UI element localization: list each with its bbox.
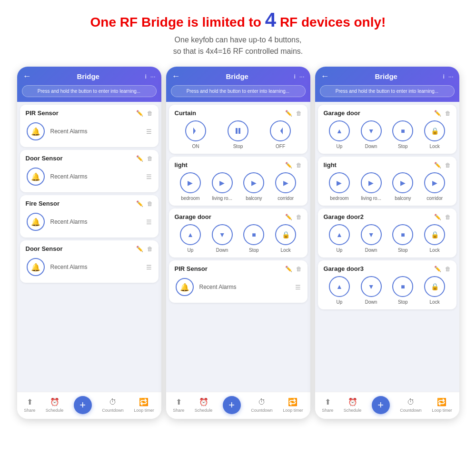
nav-looptimer-p2[interactable]: 🔁 Loop timer: [283, 397, 303, 413]
trash-icon[interactable]: 🗑: [445, 266, 451, 272]
edit-icon[interactable]: ✏️: [136, 110, 143, 117]
garage3-down-btn-p3[interactable]: ▼: [361, 276, 382, 297]
trash-icon[interactable]: 🗑: [147, 155, 153, 162]
alarm-bell-icon: 🔔: [176, 278, 194, 296]
garage-stop-btn-p2[interactable]: ■: [243, 224, 264, 245]
curtain-stop-btn[interactable]: [228, 120, 248, 141]
pir-sensor-card: PIR Sensor ✏️ 🗑 🔔 Recent Alarms ☰: [20, 105, 159, 147]
garage3-up-btn-p3[interactable]: ▲: [329, 276, 350, 297]
curtain-on: ON: [185, 120, 206, 149]
add-button[interactable]: +: [74, 396, 92, 414]
nav-schedule-p2[interactable]: ⏰ Schedule: [195, 397, 213, 413]
garage-stop-btn-p3[interactable]: ■: [392, 120, 413, 141]
alarm-bell-icon: 🔔: [27, 168, 45, 186]
alarm-bell-icon: 🔔: [27, 122, 45, 140]
trash-icon[interactable]: 🗑: [296, 214, 302, 220]
looptimer-label-p2: Loop timer: [283, 408, 303, 413]
nav-share-p3[interactable]: ⬆ Share: [322, 397, 333, 413]
garage-lock-btn-p2[interactable]: 🔒: [275, 224, 296, 245]
edit-icon[interactable]: ✏️: [285, 162, 292, 169]
nav-share-p2[interactable]: ⬆ Share: [173, 397, 184, 413]
menu-icon[interactable]: ···: [150, 73, 156, 80]
garage2-lock-btn-p3[interactable]: 🔒: [424, 224, 445, 245]
back-icon[interactable]: ←: [23, 71, 31, 81]
edit-icon[interactable]: ✏️: [136, 246, 143, 252]
alarm-list-icon[interactable]: ☰: [146, 173, 152, 180]
nav-looptimer[interactable]: 🔁 Loop timer: [134, 397, 154, 413]
edit-icon[interactable]: ✏️: [285, 266, 292, 272]
trash-icon[interactable]: 🗑: [445, 110, 451, 117]
trash-icon[interactable]: 🗑: [296, 266, 302, 272]
garage-door2-name-p3: Garage door2: [324, 213, 364, 220]
garage-door3-actions-p3: ✏️ 🗑: [434, 266, 451, 272]
nav-schedule-p3[interactable]: ⏰ Schedule: [344, 397, 362, 413]
trash-icon[interactable]: 🗑: [296, 162, 302, 169]
info-icon[interactable]: i: [145, 73, 147, 80]
edit-icon[interactable]: ✏️: [285, 214, 292, 220]
alarm-list-icon[interactable]: ☰: [295, 284, 301, 291]
alarm-list-icon[interactable]: ☰: [146, 264, 152, 271]
trash-icon[interactable]: 🗑: [445, 214, 451, 220]
edit-icon[interactable]: ✏️: [434, 162, 441, 169]
garage-down-btn-p3[interactable]: ▼: [361, 120, 382, 141]
light-bedroom-btn-p2[interactable]: ▶: [180, 172, 201, 193]
nav-countdown-p3[interactable]: ⏱ Countdown: [400, 398, 422, 413]
garage2-up-btn-p3[interactable]: ▲: [329, 224, 350, 245]
alarm-list-icon[interactable]: ☰: [146, 128, 152, 135]
countdown-label: Countdown: [102, 408, 124, 413]
phone1-topbar-icons: i ···: [145, 73, 156, 80]
trash-icon[interactable]: 🗑: [147, 200, 153, 207]
nav-schedule[interactable]: ⏰ Schedule: [46, 397, 64, 413]
garage-up-btn-p2[interactable]: ▲: [180, 224, 201, 245]
menu-icon[interactable]: ···: [299, 73, 305, 80]
edit-icon[interactable]: ✏️: [434, 214, 441, 220]
menu-icon[interactable]: ···: [448, 73, 454, 80]
light-balcony-btn-p3[interactable]: ▶: [392, 172, 413, 193]
add-button-p2[interactable]: +: [223, 396, 241, 414]
nav-countdown[interactable]: ⏱ Countdown: [102, 398, 124, 413]
edit-icon[interactable]: ✏️: [285, 110, 292, 117]
curtain-off-btn[interactable]: [270, 120, 291, 141]
edit-icon[interactable]: ✏️: [136, 200, 143, 207]
alarm-list-icon[interactable]: ☰: [146, 218, 152, 226]
edit-icon[interactable]: ✏️: [434, 110, 441, 117]
garage-down-btn-p2[interactable]: ▼: [212, 224, 233, 245]
phone2-learning-btn[interactable]: Press and hold the button to enter into …: [171, 85, 306, 97]
back-icon[interactable]: ←: [321, 71, 329, 81]
pir-sensor-header: PIR Sensor ✏️ 🗑: [26, 109, 153, 117]
light-bedroom-btn-p3[interactable]: ▶: [329, 172, 350, 193]
pir-sensor-header-p2: PIR Sensor ✏️ 🗑: [175, 265, 302, 272]
light-balcony-btn-p2[interactable]: ▶: [243, 172, 264, 193]
nav-share[interactable]: ⬆ Share: [24, 397, 35, 413]
garage-lock-btn-p3[interactable]: 🔒: [424, 120, 445, 141]
phones-container: ← Bridge i ··· Press and hold the button…: [0, 62, 476, 419]
trash-icon[interactable]: 🗑: [147, 246, 153, 252]
light-corridor-btn-p3[interactable]: ▶: [424, 172, 445, 193]
back-icon[interactable]: ←: [172, 71, 180, 81]
garage2-down-btn-p3[interactable]: ▼: [361, 224, 382, 245]
trash-icon[interactable]: 🗑: [296, 110, 302, 117]
light-corridor-btn-p2[interactable]: ▶: [275, 172, 296, 193]
header-line2: One keyfob can have up-to 4 buttons,: [175, 36, 302, 44]
add-button-p3[interactable]: +: [372, 396, 390, 414]
trash-icon[interactable]: 🗑: [445, 162, 451, 169]
phone1-learning-btn[interactable]: Press and hold the button to enter into …: [22, 85, 157, 97]
garage-up-btn-p3[interactable]: ▲: [329, 120, 350, 141]
light-livingroom-btn-p3[interactable]: ▶: [361, 172, 382, 193]
trash-icon[interactable]: 🗑: [147, 110, 153, 117]
info-icon[interactable]: i: [443, 73, 445, 80]
garage3-lock-label-p3: Lock: [430, 299, 440, 305]
garage2-stop-btn-p3[interactable]: ■: [392, 224, 413, 245]
garage3-stop-btn-p3[interactable]: ■: [392, 276, 413, 297]
light-livingroom-btn-p2[interactable]: ▶: [212, 172, 233, 193]
nav-looptimer-p3[interactable]: 🔁 Loop timer: [432, 397, 452, 413]
phone3-bottomnav: ⬆ Share ⏰ Schedule + ⏱ Countdown 🔁 Loop …: [315, 392, 459, 419]
edit-icon[interactable]: ✏️: [434, 266, 441, 272]
info-icon[interactable]: i: [294, 73, 296, 80]
curtain-on-btn[interactable]: [185, 120, 206, 141]
garage3-lock-btn-p3[interactable]: 🔒: [424, 276, 445, 297]
edit-icon[interactable]: ✏️: [136, 155, 143, 162]
nav-countdown-p2[interactable]: ⏱ Countdown: [251, 398, 273, 413]
door-2-alarm-label: Recent Alarms: [50, 264, 146, 270]
phone3-learning-btn[interactable]: Press and hold the button to enter into …: [320, 85, 455, 97]
